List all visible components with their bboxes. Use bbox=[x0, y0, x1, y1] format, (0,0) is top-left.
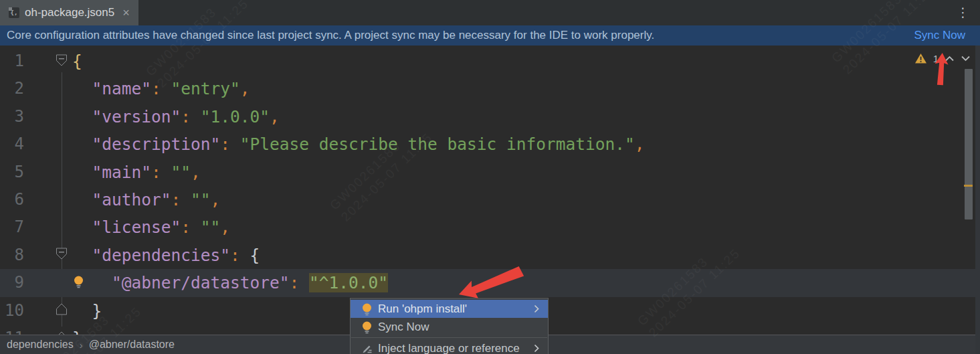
breadcrumb-separator: › bbox=[80, 339, 83, 351]
line-number: 1 bbox=[0, 48, 24, 75]
code-text: "license": "", bbox=[72, 213, 230, 241]
ide-window: {, oh-package.json5 × ⋮ Core configurati… bbox=[0, 0, 980, 354]
menu-item-label: Inject language or reference bbox=[378, 342, 520, 354]
breadcrumb-item-dependencies[interactable]: dependencies bbox=[7, 339, 74, 351]
code-text: } bbox=[72, 297, 102, 325]
code-text: "name": "entry", bbox=[72, 75, 250, 102]
fold-end-icon[interactable] bbox=[56, 303, 68, 319]
code-line-3: 3 "version": "1.0.0", bbox=[0, 103, 980, 130]
scrollbar-thumb[interactable] bbox=[965, 69, 973, 219]
line-number: 6 bbox=[0, 186, 24, 213]
menu-separator bbox=[351, 337, 547, 338]
sync-notification-banner: Core configuration attributes have chang… bbox=[0, 25, 980, 46]
menu-item-sync-now[interactable]: Sync Now bbox=[351, 318, 548, 336]
menu-item-run-ohpm-install[interactable]: Run 'ohpm install' bbox=[351, 300, 548, 318]
sync-now-link[interactable]: Sync Now bbox=[914, 29, 965, 42]
code-text: "author": "", bbox=[72, 186, 220, 213]
code-line-5: 5 "main": "", bbox=[0, 159, 980, 186]
annotation-arrow-up bbox=[931, 52, 951, 87]
code-text: "main": "", bbox=[72, 159, 201, 186]
code-line-8: 8 "dependencies": { bbox=[0, 242, 980, 269]
line-number: 7 bbox=[0, 213, 24, 241]
code-line-7: 7 "license": "", bbox=[0, 213, 980, 241]
line-number: 5 bbox=[0, 159, 24, 186]
code-line-1: 1{ bbox=[0, 48, 980, 75]
more-options-icon[interactable]: ⋮ bbox=[957, 5, 969, 20]
notification-message: Core configuration attributes have chang… bbox=[7, 29, 654, 42]
warning-stripe-mark[interactable] bbox=[964, 185, 973, 187]
json5-file-icon: {, bbox=[9, 7, 19, 18]
code-text: "dependencies": { bbox=[72, 242, 260, 269]
code-text: "@abner/datastore": "^1.0.0" bbox=[72, 269, 388, 296]
line-number: 2 bbox=[0, 75, 24, 102]
inject-language-icon bbox=[361, 343, 373, 354]
error-stripe-column bbox=[975, 46, 980, 354]
menu-item-inject-language-or-reference[interactable]: Inject language or reference bbox=[351, 339, 548, 354]
lightbulb-icon bbox=[361, 302, 373, 316]
tab-oh-package-json5[interactable]: {, oh-package.json5 × bbox=[0, 0, 138, 25]
tab-title: oh-package.json5 bbox=[25, 6, 114, 19]
code-line-4: 4 "description": "Please describe the ba… bbox=[0, 130, 980, 158]
editor-tab-bar: {, oh-package.json5 × ⋮ bbox=[0, 0, 980, 25]
code-text: { bbox=[72, 48, 82, 75]
code-line-2: 2 "name": "entry", bbox=[0, 75, 980, 102]
menu-item-label: Run 'ohpm install' bbox=[378, 302, 467, 316]
code-text: "description": "Please describe the basi… bbox=[72, 130, 645, 158]
context-menu: Run 'ohpm install'Sync NowInject languag… bbox=[350, 298, 549, 354]
warning-icon[interactable] bbox=[914, 53, 927, 64]
line-number: 4 bbox=[0, 130, 24, 158]
breadcrumb-item--abner-datastore[interactable]: @abner/datastore bbox=[89, 339, 175, 351]
line-number: 10 bbox=[0, 297, 24, 325]
code-text: "version": "1.0.0", bbox=[72, 103, 280, 130]
line-number: 3 bbox=[0, 103, 24, 130]
close-icon[interactable]: × bbox=[122, 7, 130, 19]
line-number: 9 bbox=[0, 269, 24, 296]
fold-collapse-icon[interactable] bbox=[56, 54, 68, 69]
submenu-arrow-icon bbox=[534, 304, 539, 313]
code-line-6: 6 "author": "", bbox=[0, 186, 980, 213]
menu-item-label: Sync Now bbox=[378, 321, 429, 334]
chevron-down-icon[interactable] bbox=[961, 56, 971, 62]
line-number: 8 bbox=[0, 242, 24, 269]
lightbulb-icon bbox=[361, 321, 373, 334]
submenu-arrow-icon bbox=[534, 344, 539, 353]
fold-collapse-icon[interactable] bbox=[56, 248, 68, 263]
